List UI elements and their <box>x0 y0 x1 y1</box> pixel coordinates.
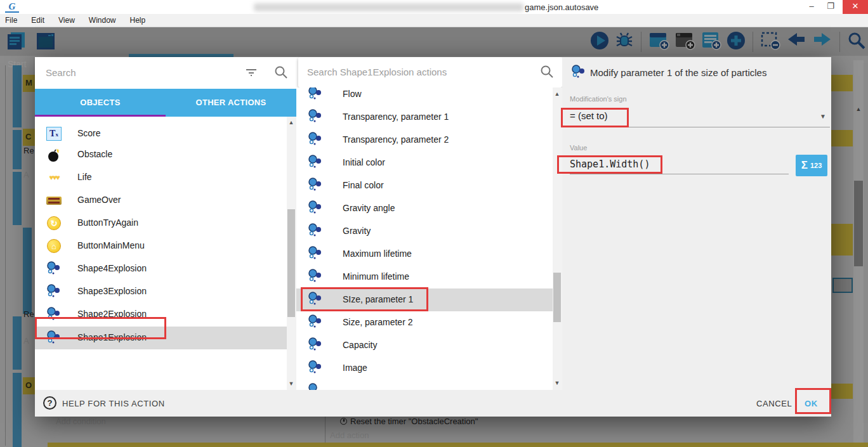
particle-emitter-icon <box>308 337 324 354</box>
particle-emitter-icon <box>308 132 324 148</box>
objects-tabbar: OBJECTS OTHER ACTIONS <box>35 89 296 117</box>
actions-search-input[interactable]: Search Shape1Explosion actions <box>307 67 447 77</box>
gdevelop-logo-icon: G <box>5 1 19 13</box>
particle-emitter-icon <box>308 223 324 240</box>
list-item[interactable]: Gravity <box>296 220 553 243</box>
objects-search-input[interactable]: Search <box>46 67 76 78</box>
actions-scrollbar[interactable]: ▲ ▼ <box>553 87 562 390</box>
particle-emitter-icon <box>308 178 324 194</box>
list-item[interactable]: Initial color <box>296 152 553 174</box>
actions-search-bar[interactable]: Search Shape1Explosion actions <box>298 57 562 87</box>
menu-bar: File Edit View Window Help <box>0 14 868 27</box>
list-item[interactable]: Maximum lifetime <box>296 243 553 266</box>
scroll-up-icon[interactable]: ▲ <box>287 119 296 126</box>
particle-emitter-icon <box>46 283 62 300</box>
list-item[interactable]: Shape4Explosion <box>35 257 287 280</box>
action-title: Modify parameter 1 of the size of partic… <box>590 67 766 78</box>
bomb-icon <box>46 146 62 163</box>
menu-view[interactable]: View <box>58 16 75 25</box>
scroll-down-icon[interactable]: ▼ <box>287 380 296 387</box>
annotation-value <box>557 155 662 174</box>
actions-list: Flow Transparency, parameter 1 Transpare… <box>296 87 562 390</box>
list-item[interactable]: Flow <box>296 87 553 106</box>
particle-emitter-icon <box>308 269 324 285</box>
list-item[interactable]: GameOver <box>35 189 287 212</box>
list-item[interactable]: Capacity <box>296 334 553 357</box>
annotation-size-parameter-1 <box>301 287 428 311</box>
list-item[interactable]: Image <box>296 357 553 380</box>
chevron-down-icon[interactable]: ▼ <box>820 113 826 120</box>
list-item[interactable]: ⌂ ButtonMainMenu <box>35 235 287 257</box>
menu-window[interactable]: Window <box>89 16 116 25</box>
window-titlebar: G game.json.autosave – ❐ ✕ <box>0 0 868 14</box>
search-icon[interactable] <box>273 65 289 82</box>
window-title: game.json.autosave <box>525 3 598 12</box>
scrollbar-thumb[interactable] <box>287 209 295 317</box>
annotation-set-to <box>561 108 629 127</box>
list-item[interactable] <box>296 380 553 390</box>
tab-other-actions[interactable]: OTHER ACTIONS <box>166 89 296 117</box>
particle-emitter-icon <box>308 200 324 217</box>
particle-emitter-icon <box>308 314 324 331</box>
cancel-button[interactable]: CANCEL <box>756 399 792 408</box>
help-icon[interactable]: ? <box>43 396 56 410</box>
field-underline <box>570 174 789 174</box>
action-editor-dialog: Search OBJECTS OTHER ACTIONS Tx Score Ob… <box>35 57 831 417</box>
annotation-ok <box>795 388 831 414</box>
value-label: Value <box>570 144 587 152</box>
sign-label: Modification's sign <box>570 95 627 103</box>
list-item[interactable]: Minimum lifetime <box>296 266 553 288</box>
particle-emitter-icon <box>308 109 324 126</box>
scrollbar-thumb[interactable] <box>553 273 561 322</box>
close-button[interactable]: ✕ <box>843 0 868 14</box>
gameover-icon <box>46 192 62 209</box>
window-title-redacted <box>254 3 523 11</box>
list-item[interactable]: Obstacle <box>35 143 287 166</box>
objects-search-bar[interactable]: Search <box>35 57 296 89</box>
annotation-shape1explosion <box>35 317 166 339</box>
actions-panel: Search Shape1Explosion actions Flow Tran… <box>296 57 562 417</box>
list-item[interactable]: Transparency, parameter 1 <box>296 106 553 129</box>
action-parameters-panel: Modify parameter 1 of the size of partic… <box>562 57 831 390</box>
particle-emitter-icon <box>308 246 324 262</box>
dialog-footer: ? HELP FOR THIS ACTION CANCEL OK <box>35 390 831 417</box>
particle-emitter-icon <box>308 155 324 171</box>
list-item[interactable]: Final color <box>296 174 553 197</box>
particle-emitter-icon <box>571 65 586 82</box>
scroll-down-icon[interactable]: ▼ <box>553 380 562 386</box>
hearts-icon: ♥♥♥ <box>46 169 62 186</box>
menu-edit[interactable]: Edit <box>31 16 44 25</box>
tab-objects[interactable]: OBJECTS <box>35 89 166 117</box>
minimize-button[interactable]: – <box>802 0 821 14</box>
text-object-icon: Tx <box>46 126 62 142</box>
search-icon[interactable] <box>539 64 555 82</box>
sigma-icon: Σ <box>801 159 808 172</box>
list-item[interactable]: Tx Score <box>35 122 287 145</box>
particle-emitter-icon <box>308 383 324 390</box>
objects-panel: Search OBJECTS OTHER ACTIONS Tx Score Ob… <box>35 57 296 417</box>
scroll-up-icon[interactable]: ▲ <box>553 91 562 97</box>
list-item[interactable]: Gravity angle <box>296 197 553 220</box>
menu-file[interactable]: File <box>5 16 17 25</box>
list-item[interactable]: Size, parameter 2 <box>296 311 553 334</box>
list-item[interactable]: Shape3Explosion <box>35 280 287 303</box>
particle-emitter-icon <box>308 360 324 377</box>
objects-list: Tx Score Obstacle ♥♥♥ Life GameOver ↻ Bu… <box>35 117 296 390</box>
home-button-icon: ⌂ <box>46 238 62 254</box>
maximize-button[interactable]: ❐ <box>821 0 840 14</box>
filter-icon[interactable] <box>244 65 258 82</box>
menu-help[interactable]: Help <box>130 16 146 25</box>
list-item[interactable]: ♥♥♥ Life <box>35 166 287 189</box>
list-item[interactable]: ↻ ButtonTryAgain <box>35 212 287 235</box>
help-button[interactable]: HELP FOR THIS ACTION <box>62 399 165 408</box>
particle-emitter-icon <box>308 87 324 103</box>
list-item[interactable]: Transparency, parameter 2 <box>296 129 553 152</box>
expression-editor-button[interactable]: Σ 123 <box>796 155 827 176</box>
objects-scrollbar[interactable]: ▲ ▼ <box>287 117 296 390</box>
particle-emitter-icon <box>46 261 62 277</box>
retry-button-icon: ↻ <box>46 215 62 231</box>
